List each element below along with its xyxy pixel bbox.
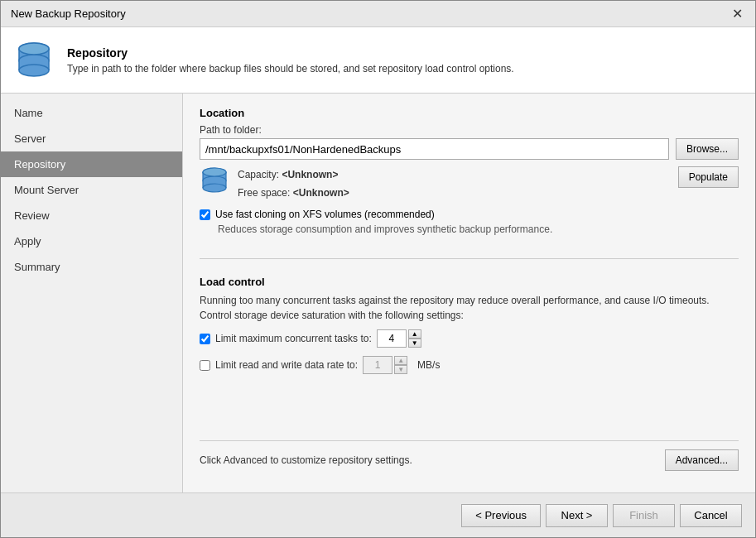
capacity-icon (200, 166, 229, 196)
sidebar-item-apply[interactable]: Apply (1, 228, 182, 254)
database-icon (14, 41, 54, 80)
section-divider (200, 258, 739, 259)
sidebar: Name Server Repository Mount Server Revi… (1, 94, 183, 492)
next-button[interactable]: Next > (546, 504, 608, 527)
svg-point-10 (203, 184, 226, 192)
rw-spinbox-buttons: ▲ ▼ (394, 356, 407, 374)
concurrent-down-button[interactable]: ▼ (408, 339, 421, 348)
fast-clone-label: Use fast cloning on XFS volumes (recomme… (215, 209, 435, 220)
populate-button[interactable]: Populate (678, 166, 739, 188)
path-row: Browse... (200, 138, 739, 160)
limit-concurrent-label: Limit maximum concurrent tasks to: (215, 333, 372, 344)
header-title: Repository (67, 46, 514, 60)
limit-rw-checkbox[interactable] (200, 360, 210, 371)
svg-point-4 (19, 65, 49, 76)
cancel-button[interactable]: Cancel (680, 504, 742, 527)
sidebar-item-name[interactable]: Name (1, 100, 182, 126)
limit-concurrent-row: Limit maximum concurrent tasks to: ▲ ▼ (200, 329, 739, 348)
fast-clone-row: Use fast cloning on XFS volumes (recomme… (200, 209, 739, 220)
rw-up-button[interactable]: ▲ (394, 356, 407, 365)
capacity-label: Capacity: (238, 169, 279, 180)
main-content: Name Server Repository Mount Server Revi… (1, 94, 755, 492)
fast-clone-desc: Reduces storage consumption and improves… (218, 223, 739, 235)
browse-button[interactable]: Browse... (676, 138, 739, 160)
concurrent-up-button[interactable]: ▲ (408, 329, 421, 339)
header-text: Repository Type in path to the folder wh… (67, 46, 514, 74)
limit-rw-row: Limit read and write data rate to: ▲ ▼ M… (200, 356, 739, 374)
sidebar-item-repository[interactable]: Repository (1, 151, 182, 177)
dialog: New Backup Repository ✕ Repository Type … (0, 0, 756, 538)
limit-concurrent-checkbox[interactable] (200, 334, 210, 344)
svg-point-5 (19, 43, 49, 55)
sidebar-item-mount-server[interactable]: Mount Server (1, 177, 182, 203)
concurrent-value[interactable] (377, 329, 407, 348)
rw-down-button[interactable]: ▼ (394, 365, 407, 374)
limit-rw-label: Limit read and write data rate to: (215, 359, 358, 371)
header-description: Type in path to the folder where backup … (67, 63, 514, 74)
advanced-button[interactable]: Advanced... (665, 449, 739, 471)
sidebar-item-review[interactable]: Review (1, 203, 182, 228)
svg-point-11 (203, 168, 226, 176)
sidebar-item-summary[interactable]: Summary (1, 254, 182, 280)
load-control-desc: Running too many concurrent tasks agains… (200, 293, 739, 323)
advanced-text: Click Advanced to customize repository s… (200, 454, 412, 466)
footer: < Previous Next > Finish Cancel (1, 492, 755, 537)
location-title: Location (200, 107, 739, 119)
load-control-title: Load control (200, 276, 739, 288)
header-section: Repository Type in path to the folder wh… (1, 27, 755, 94)
capacity-value: <Unknown> (282, 169, 338, 180)
fast-clone-checkbox[interactable] (200, 209, 210, 220)
close-button[interactable]: ✕ (729, 6, 745, 22)
content-spacer (200, 387, 739, 430)
capacity-info: Capacity: <Unknown> Free space: <Unknown… (238, 166, 349, 202)
concurrent-spinbox-buttons: ▲ ▼ (408, 329, 421, 348)
rw-unit: MB/s (417, 359, 440, 371)
path-input[interactable] (200, 138, 669, 160)
free-space-value: <Unknown> (293, 187, 349, 199)
rw-value[interactable] (363, 356, 392, 374)
previous-button[interactable]: < Previous (461, 504, 541, 527)
sidebar-item-server[interactable]: Server (1, 126, 182, 151)
free-space-label: Free space: (238, 187, 290, 199)
finish-button[interactable]: Finish (613, 504, 675, 527)
content-area: Location Path to folder: Browse... (183, 94, 755, 492)
dialog-title: New Backup Repository (11, 7, 126, 20)
location-section: Location Path to folder: Browse... (200, 107, 739, 242)
path-label: Path to folder: (200, 124, 739, 136)
concurrent-spinbox: ▲ ▼ (377, 329, 421, 348)
advanced-row: Click Advanced to customize repository s… (200, 440, 739, 479)
load-control-section: Load control Running too many concurrent… (200, 276, 739, 377)
rw-spinbox: ▲ ▼ (363, 356, 407, 374)
title-bar: New Backup Repository ✕ (1, 1, 755, 27)
